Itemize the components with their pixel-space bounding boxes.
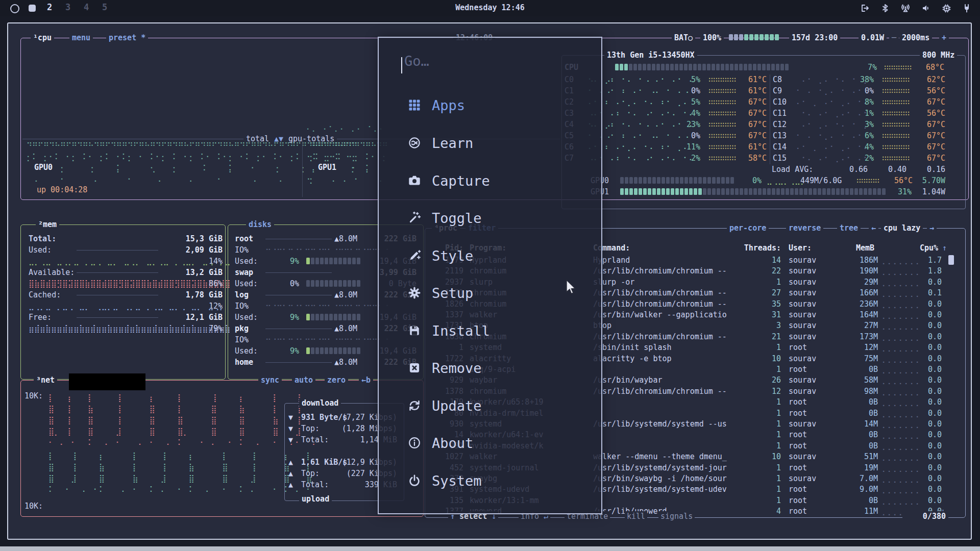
- mem-value: 2,09 GiB: [156, 245, 223, 255]
- proc-command: /usr/lib/chromium/chromium --: [593, 266, 732, 276]
- disk-io-graph: ⠒⠐⠒⠂⠒⠐⠂⠒⠒⠐⠒⠂⠐⠒⠒⠂⠒⠐⠒⠒⠂⠐: [265, 301, 389, 311]
- interval-plus-button[interactable]: +: [939, 33, 949, 43]
- gpu1-power: 1.04W: [915, 187, 945, 197]
- proc-threads: 1: [750, 277, 781, 287]
- disk-used-pct: 9%: [279, 256, 299, 266]
- net-down-arrow: ▼: [288, 435, 293, 445]
- core-percent: 38%: [843, 74, 874, 85]
- mem-leader: [77, 295, 158, 295]
- disk-leader: [265, 295, 332, 295]
- menu-item-capture[interactable]: Capture: [379, 166, 601, 195]
- proc-threads: 26: [750, 375, 781, 385]
- core-percent: 5%: [670, 97, 700, 107]
- proc-mem: 98M: [842, 386, 878, 396]
- proc-scrollbar-thumb[interactable]: [948, 255, 954, 265]
- proc-tab-reverse[interactable]: reverse: [786, 223, 823, 233]
- proc-cpu: 0.0: [914, 495, 942, 506]
- interval-minus-button[interactable]: ─: [889, 33, 899, 43]
- cpu-preset-button[interactable]: preset *: [106, 33, 148, 43]
- net-scale-top: 10K:: [24, 391, 43, 401]
- menu-item-learn[interactable]: Learn: [379, 129, 601, 157]
- proc-user: root: [789, 408, 807, 418]
- proc-threads: 1: [750, 364, 781, 374]
- proc-tab-tree[interactable]: tree: [837, 223, 861, 233]
- mem-percent: 12%: [192, 301, 223, 311]
- proc-command: /usr/lib/chromium/chromium --: [593, 332, 732, 342]
- mem-value: 12,1 GiB: [156, 312, 223, 322]
- core-temp: 67°C: [915, 97, 945, 107]
- core-name: C8: [773, 74, 782, 85]
- disk-name: swap: [235, 267, 253, 278]
- proc-user: sourav: [789, 473, 816, 484]
- proc-command: /usr/bin/swaybg -i /home/sour: [593, 473, 732, 484]
- menu-item-system[interactable]: System: [379, 466, 601, 495]
- core-temp: 67°C: [736, 108, 767, 118]
- proc-mem: 164M: [842, 310, 878, 320]
- core-column-divider: [770, 74, 770, 164]
- core-temp-meter: ∷∷∷∷∷∷: [708, 74, 736, 85]
- mem-value: 13,2 GiB: [156, 267, 223, 278]
- mem-box-title[interactable]: ²mem: [36, 219, 59, 230]
- cpu-menu-button[interactable]: menu: [69, 33, 93, 43]
- core-percent: 6%: [843, 131, 874, 141]
- proc-nav-right[interactable]: →: [927, 223, 937, 233]
- net-button-auto[interactable]: auto: [292, 375, 315, 385]
- proc-mem: 27M: [842, 320, 878, 331]
- proc-user: root: [789, 463, 807, 473]
- menu-item-remove[interactable]: Remove: [379, 354, 601, 382]
- core-temp-meter: ∷∷∷∷∷∷: [708, 131, 736, 141]
- proc-user: root: [789, 506, 807, 516]
- footer-key-signals[interactable]: signals: [658, 511, 695, 521]
- footer-key-kill[interactable]: kill: [625, 511, 647, 521]
- cpu-box-title[interactable]: ¹cpu: [31, 33, 54, 43]
- gpu0-graph-label: GPU0: [32, 162, 55, 172]
- search-input[interactable]: Go…: [404, 56, 429, 68]
- disk-used-pct: 9%: [279, 346, 299, 356]
- menu-item-label: System: [432, 473, 482, 489]
- gpu1-graph-row: ⡂⠀⠀⠀⠄⠀⠀⠀⠂⠀⠀⠀⠠⠀: [309, 174, 388, 185]
- menu-item-apps[interactable]: Apps: [379, 91, 601, 119]
- proc-sort-arrow[interactable]: ↑: [942, 243, 947, 253]
- core-name: C14: [773, 142, 787, 152]
- net-box-title[interactable]: ³net: [34, 375, 57, 385]
- disk-io-label: IO%: [235, 301, 249, 311]
- menu-item-label: Remove: [432, 360, 482, 376]
- net-upload-graph-row: ⣿⠀⠀⠀⣸⠀⠀⠀⠀⣿⠀⠀⠀⠀⠀⣷⠀⠀⠀⠀⣸⠀⠀⠀⠀⣿⠀⠀⠀⠀⠀⣿⠀⠀⠀⠀⣸⠀⠀⠀…: [48, 473, 317, 484]
- update-interval: 2000ms: [899, 33, 932, 43]
- proc-cpu: 0.0: [914, 375, 942, 385]
- core-percent: 4%: [670, 108, 700, 118]
- proc-mem: 58M: [842, 375, 878, 385]
- net-download-graph-row: ⣿⠀⠀⢸⠀⠀⠀⣷⠀⠀⠀⠀⢸⠀⠀⠀⠀⠀⣿⠀⠀⠀⠀⡇⠀⠀⠀⠀⠀⣿⠀⠀⠀⠀⣷⠀⠀⠀⠀⠀…: [48, 404, 317, 414]
- proc-mem: 186M: [842, 255, 878, 265]
- proc-header-memb[interactable]: MemB: [856, 243, 874, 253]
- battery-time: 157d 23:00: [789, 33, 840, 43]
- disk-used-label: Used:: [235, 279, 258, 289]
- proc-cpu: 0.0: [914, 473, 942, 484]
- proc-header-threads[interactable]: Threads:: [735, 243, 781, 253]
- proc-header-user[interactable]: User:: [789, 243, 812, 253]
- proc-threads: 27: [750, 288, 781, 298]
- proc-header-cpu[interactable]: Cpu%: [908, 243, 938, 253]
- net-down-arrow: ▼: [288, 412, 293, 422]
- disks-box-title[interactable]: disks: [246, 219, 274, 230]
- proc-user: sourav: [789, 375, 816, 385]
- proc-user: sourav: [789, 332, 816, 342]
- cpu-total-meter: [615, 64, 789, 70]
- menu-item-style[interactable]: Style: [379, 241, 601, 270]
- menu-item-toggle[interactable]: Toggle: [379, 204, 601, 232]
- menu-item-install[interactable]: Install: [379, 316, 601, 345]
- proc-user: sourav: [789, 354, 816, 364]
- menu-item-update[interactable]: Update: [379, 391, 601, 420]
- menu-item-label: Apps: [432, 97, 465, 113]
- proc-count: 0/380: [902, 511, 948, 521]
- search-placeholder: Go…: [404, 53, 429, 69]
- proc-tab-per-core[interactable]: per-core: [727, 223, 769, 233]
- core-temp: 61°C: [736, 86, 767, 96]
- menu-item-about[interactable]: About: [379, 429, 601, 457]
- net-button-bb[interactable]: ←b: [359, 375, 373, 385]
- net-button-sync[interactable]: sync: [258, 375, 282, 385]
- proc-command: Hyprland: [593, 255, 732, 265]
- core-temp-meter: ∷∷∷∷∷∷: [882, 108, 910, 118]
- proc-nav-left[interactable]: ←: [869, 223, 878, 233]
- net-button-zero[interactable]: zero: [325, 375, 348, 385]
